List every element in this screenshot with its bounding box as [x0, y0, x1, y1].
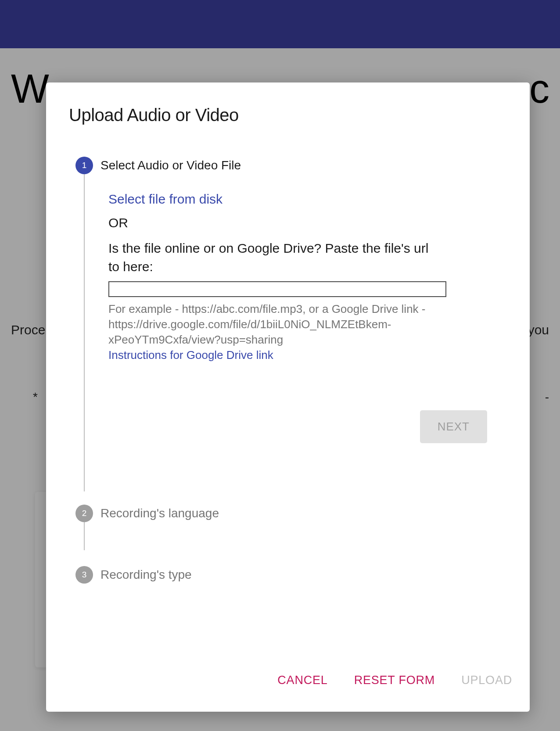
- step-3-label: Recording's type: [101, 566, 507, 584]
- step-1-circle: 1: [75, 157, 93, 174]
- dialog-title: Upload Audio or Video: [46, 82, 530, 125]
- or-text: OR: [108, 215, 507, 230]
- next-button[interactable]: NEXT: [420, 410, 487, 443]
- dialog-body: 1 Select Audio or Video File Select file…: [46, 125, 530, 670]
- select-file-link[interactable]: Select file from disk: [108, 192, 223, 207]
- step-1-label: Select Audio or Video File: [101, 157, 507, 174]
- step-1: 1 Select Audio or Video File Select file…: [69, 157, 507, 474]
- step-3-circle: 3: [75, 566, 93, 584]
- dialog-actions: CANCEL RESET FORM UPLOAD: [46, 670, 530, 712]
- example-text: For example - https://abc.com/file.mp3, …: [108, 301, 446, 348]
- step-2-circle: 2: [75, 505, 93, 522]
- step-2-number: 2: [82, 509, 87, 518]
- step-2: 2 Recording's language: [69, 505, 507, 522]
- step-3-number: 3: [82, 570, 87, 580]
- upload-dialog: Upload Audio or Video 1 Select Audio or …: [46, 82, 530, 712]
- cancel-button[interactable]: CANCEL: [276, 670, 329, 691]
- top-nav-bar: [0, 0, 560, 48]
- paste-url-label: Is the file online or on Google Drive? P…: [108, 239, 442, 276]
- step-2-label: Recording's language: [101, 505, 507, 522]
- step-3: 3 Recording's type: [69, 566, 507, 584]
- drive-instructions-link[interactable]: Instructions for Google Drive link: [108, 348, 273, 362]
- upload-button[interactable]: UPLOAD: [459, 670, 514, 691]
- step-connector: [84, 174, 85, 491]
- stepper: 1 Select Audio or Video File Select file…: [69, 157, 507, 584]
- reset-form-button[interactable]: RESET FORM: [352, 670, 437, 691]
- step-connector: [84, 522, 85, 550]
- next-button-row: NEXT: [108, 410, 507, 443]
- step-1-number: 1: [82, 161, 87, 170]
- step-1-content: Select file from disk OR Is the file onl…: [101, 174, 507, 474]
- url-input[interactable]: [108, 281, 446, 297]
